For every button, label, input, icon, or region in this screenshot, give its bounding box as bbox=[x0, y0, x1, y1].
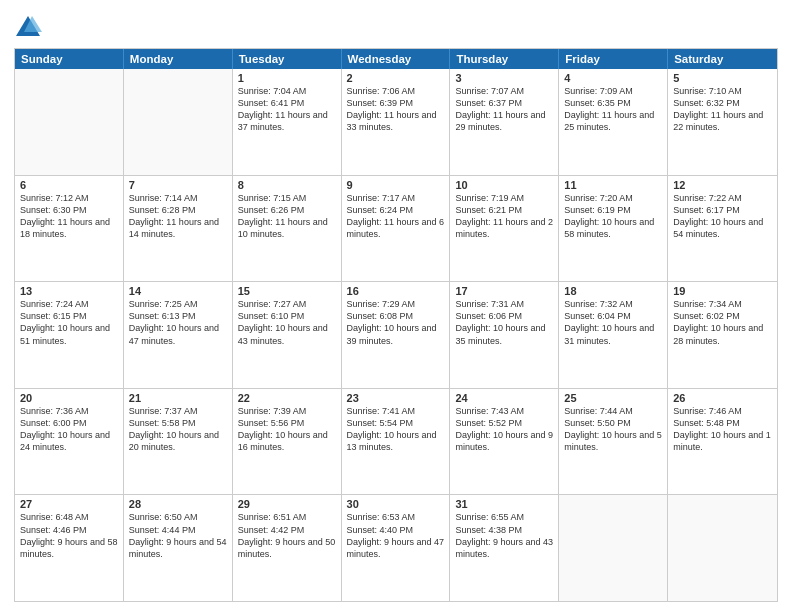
day-number: 18 bbox=[564, 285, 662, 297]
calendar-week-1: 1Sunrise: 7:04 AM Sunset: 6:41 PM Daylig… bbox=[15, 69, 777, 175]
header bbox=[14, 10, 778, 42]
calendar-week-4: 20Sunrise: 7:36 AM Sunset: 6:00 PM Dayli… bbox=[15, 388, 777, 495]
day-cell-20: 20Sunrise: 7:36 AM Sunset: 6:00 PM Dayli… bbox=[15, 389, 124, 495]
day-number: 28 bbox=[129, 498, 227, 510]
day-number: 27 bbox=[20, 498, 118, 510]
day-number: 6 bbox=[20, 179, 118, 191]
empty-cell bbox=[124, 69, 233, 175]
calendar-header-friday: Friday bbox=[559, 49, 668, 69]
calendar: SundayMondayTuesdayWednesdayThursdayFrid… bbox=[14, 48, 778, 602]
day-cell-1: 1Sunrise: 7:04 AM Sunset: 6:41 PM Daylig… bbox=[233, 69, 342, 175]
day-number: 26 bbox=[673, 392, 772, 404]
day-number: 24 bbox=[455, 392, 553, 404]
day-detail: Sunrise: 7:27 AM Sunset: 6:10 PM Dayligh… bbox=[238, 298, 336, 347]
day-detail: Sunrise: 7:06 AM Sunset: 6:39 PM Dayligh… bbox=[347, 85, 445, 134]
day-number: 5 bbox=[673, 72, 772, 84]
day-number: 20 bbox=[20, 392, 118, 404]
page: SundayMondayTuesdayWednesdayThursdayFrid… bbox=[0, 0, 792, 612]
day-number: 4 bbox=[564, 72, 662, 84]
calendar-week-2: 6Sunrise: 7:12 AM Sunset: 6:30 PM Daylig… bbox=[15, 175, 777, 282]
calendar-week-3: 13Sunrise: 7:24 AM Sunset: 6:15 PM Dayli… bbox=[15, 281, 777, 388]
day-cell-8: 8Sunrise: 7:15 AM Sunset: 6:26 PM Daylig… bbox=[233, 176, 342, 282]
day-detail: Sunrise: 7:17 AM Sunset: 6:24 PM Dayligh… bbox=[347, 192, 445, 241]
day-cell-10: 10Sunrise: 7:19 AM Sunset: 6:21 PM Dayli… bbox=[450, 176, 559, 282]
calendar-week-5: 27Sunrise: 6:48 AM Sunset: 4:46 PM Dayli… bbox=[15, 494, 777, 601]
calendar-body: 1Sunrise: 7:04 AM Sunset: 6:41 PM Daylig… bbox=[15, 69, 777, 601]
logo-icon bbox=[14, 14, 42, 42]
day-number: 2 bbox=[347, 72, 445, 84]
day-cell-16: 16Sunrise: 7:29 AM Sunset: 6:08 PM Dayli… bbox=[342, 282, 451, 388]
day-cell-23: 23Sunrise: 7:41 AM Sunset: 5:54 PM Dayli… bbox=[342, 389, 451, 495]
day-detail: Sunrise: 7:31 AM Sunset: 6:06 PM Dayligh… bbox=[455, 298, 553, 347]
calendar-header-saturday: Saturday bbox=[668, 49, 777, 69]
day-number: 3 bbox=[455, 72, 553, 84]
day-number: 10 bbox=[455, 179, 553, 191]
day-number: 11 bbox=[564, 179, 662, 191]
day-cell-5: 5Sunrise: 7:10 AM Sunset: 6:32 PM Daylig… bbox=[668, 69, 777, 175]
day-cell-15: 15Sunrise: 7:27 AM Sunset: 6:10 PM Dayli… bbox=[233, 282, 342, 388]
day-number: 12 bbox=[673, 179, 772, 191]
day-number: 14 bbox=[129, 285, 227, 297]
calendar-header-sunday: Sunday bbox=[15, 49, 124, 69]
day-detail: Sunrise: 7:04 AM Sunset: 6:41 PM Dayligh… bbox=[238, 85, 336, 134]
day-detail: Sunrise: 7:39 AM Sunset: 5:56 PM Dayligh… bbox=[238, 405, 336, 454]
day-cell-17: 17Sunrise: 7:31 AM Sunset: 6:06 PM Dayli… bbox=[450, 282, 559, 388]
day-number: 17 bbox=[455, 285, 553, 297]
day-detail: Sunrise: 7:44 AM Sunset: 5:50 PM Dayligh… bbox=[564, 405, 662, 454]
calendar-header-tuesday: Tuesday bbox=[233, 49, 342, 69]
empty-cell bbox=[668, 495, 777, 601]
day-cell-28: 28Sunrise: 6:50 AM Sunset: 4:44 PM Dayli… bbox=[124, 495, 233, 601]
day-detail: Sunrise: 7:43 AM Sunset: 5:52 PM Dayligh… bbox=[455, 405, 553, 454]
day-number: 31 bbox=[455, 498, 553, 510]
day-number: 15 bbox=[238, 285, 336, 297]
empty-cell bbox=[559, 495, 668, 601]
day-detail: Sunrise: 7:41 AM Sunset: 5:54 PM Dayligh… bbox=[347, 405, 445, 454]
calendar-header-row: SundayMondayTuesdayWednesdayThursdayFrid… bbox=[15, 49, 777, 69]
day-cell-26: 26Sunrise: 7:46 AM Sunset: 5:48 PM Dayli… bbox=[668, 389, 777, 495]
day-number: 30 bbox=[347, 498, 445, 510]
day-cell-21: 21Sunrise: 7:37 AM Sunset: 5:58 PM Dayli… bbox=[124, 389, 233, 495]
day-detail: Sunrise: 7:29 AM Sunset: 6:08 PM Dayligh… bbox=[347, 298, 445, 347]
day-detail: Sunrise: 7:20 AM Sunset: 6:19 PM Dayligh… bbox=[564, 192, 662, 241]
day-detail: Sunrise: 6:50 AM Sunset: 4:44 PM Dayligh… bbox=[129, 511, 227, 560]
day-detail: Sunrise: 7:07 AM Sunset: 6:37 PM Dayligh… bbox=[455, 85, 553, 134]
day-detail: Sunrise: 7:37 AM Sunset: 5:58 PM Dayligh… bbox=[129, 405, 227, 454]
day-detail: Sunrise: 7:09 AM Sunset: 6:35 PM Dayligh… bbox=[564, 85, 662, 134]
day-number: 9 bbox=[347, 179, 445, 191]
day-cell-19: 19Sunrise: 7:34 AM Sunset: 6:02 PM Dayli… bbox=[668, 282, 777, 388]
day-cell-29: 29Sunrise: 6:51 AM Sunset: 4:42 PM Dayli… bbox=[233, 495, 342, 601]
day-cell-13: 13Sunrise: 7:24 AM Sunset: 6:15 PM Dayli… bbox=[15, 282, 124, 388]
day-cell-11: 11Sunrise: 7:20 AM Sunset: 6:19 PM Dayli… bbox=[559, 176, 668, 282]
day-cell-18: 18Sunrise: 7:32 AM Sunset: 6:04 PM Dayli… bbox=[559, 282, 668, 388]
day-cell-22: 22Sunrise: 7:39 AM Sunset: 5:56 PM Dayli… bbox=[233, 389, 342, 495]
day-cell-12: 12Sunrise: 7:22 AM Sunset: 6:17 PM Dayli… bbox=[668, 176, 777, 282]
day-detail: Sunrise: 7:12 AM Sunset: 6:30 PM Dayligh… bbox=[20, 192, 118, 241]
day-detail: Sunrise: 7:15 AM Sunset: 6:26 PM Dayligh… bbox=[238, 192, 336, 241]
day-detail: Sunrise: 7:14 AM Sunset: 6:28 PM Dayligh… bbox=[129, 192, 227, 241]
day-detail: Sunrise: 7:32 AM Sunset: 6:04 PM Dayligh… bbox=[564, 298, 662, 347]
day-detail: Sunrise: 6:48 AM Sunset: 4:46 PM Dayligh… bbox=[20, 511, 118, 560]
day-number: 8 bbox=[238, 179, 336, 191]
logo bbox=[14, 14, 46, 42]
day-cell-30: 30Sunrise: 6:53 AM Sunset: 4:40 PM Dayli… bbox=[342, 495, 451, 601]
day-cell-24: 24Sunrise: 7:43 AM Sunset: 5:52 PM Dayli… bbox=[450, 389, 559, 495]
day-detail: Sunrise: 6:55 AM Sunset: 4:38 PM Dayligh… bbox=[455, 511, 553, 560]
day-cell-25: 25Sunrise: 7:44 AM Sunset: 5:50 PM Dayli… bbox=[559, 389, 668, 495]
day-detail: Sunrise: 7:24 AM Sunset: 6:15 PM Dayligh… bbox=[20, 298, 118, 347]
day-cell-7: 7Sunrise: 7:14 AM Sunset: 6:28 PM Daylig… bbox=[124, 176, 233, 282]
day-number: 7 bbox=[129, 179, 227, 191]
day-cell-6: 6Sunrise: 7:12 AM Sunset: 6:30 PM Daylig… bbox=[15, 176, 124, 282]
day-detail: Sunrise: 6:51 AM Sunset: 4:42 PM Dayligh… bbox=[238, 511, 336, 560]
day-detail: Sunrise: 7:25 AM Sunset: 6:13 PM Dayligh… bbox=[129, 298, 227, 347]
day-detail: Sunrise: 6:53 AM Sunset: 4:40 PM Dayligh… bbox=[347, 511, 445, 560]
day-number: 22 bbox=[238, 392, 336, 404]
day-detail: Sunrise: 7:34 AM Sunset: 6:02 PM Dayligh… bbox=[673, 298, 772, 347]
calendar-header-wednesday: Wednesday bbox=[342, 49, 451, 69]
day-cell-3: 3Sunrise: 7:07 AM Sunset: 6:37 PM Daylig… bbox=[450, 69, 559, 175]
day-detail: Sunrise: 7:36 AM Sunset: 6:00 PM Dayligh… bbox=[20, 405, 118, 454]
empty-cell bbox=[15, 69, 124, 175]
day-number: 16 bbox=[347, 285, 445, 297]
day-cell-14: 14Sunrise: 7:25 AM Sunset: 6:13 PM Dayli… bbox=[124, 282, 233, 388]
day-cell-27: 27Sunrise: 6:48 AM Sunset: 4:46 PM Dayli… bbox=[15, 495, 124, 601]
day-detail: Sunrise: 7:19 AM Sunset: 6:21 PM Dayligh… bbox=[455, 192, 553, 241]
